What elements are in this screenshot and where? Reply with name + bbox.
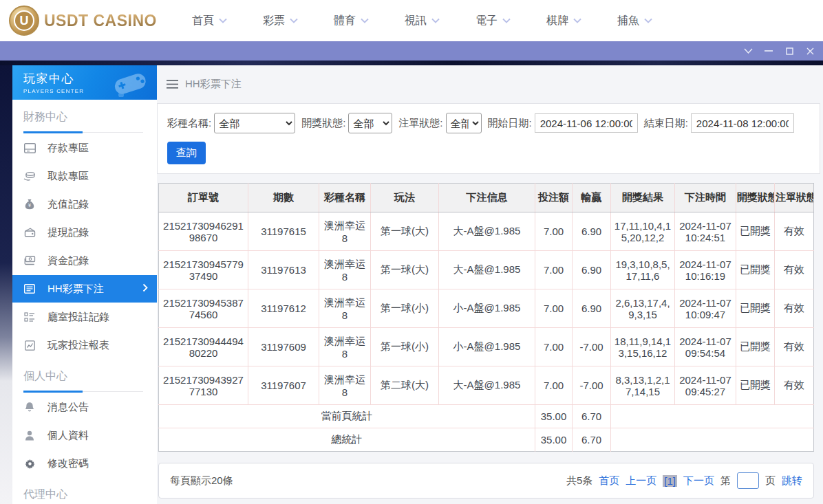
sidebar-item-announcements[interactable]: 消息公告 xyxy=(12,393,157,421)
maximize-icon[interactable] xyxy=(779,41,800,61)
profile-icon xyxy=(23,429,36,441)
cell-winloss: 6.90 xyxy=(573,289,611,328)
summary-label: 當前頁統計 xyxy=(159,405,535,428)
sidebar-item-room-bet-record[interactable]: 廳室投註記錄 xyxy=(12,303,157,331)
sidebar-item-label: 消息公告 xyxy=(47,401,89,414)
chevron-right-icon xyxy=(142,283,148,292)
sidebar-item-profile[interactable]: 個人資料 xyxy=(12,421,157,449)
lottery-name-select[interactable]: 全部 xyxy=(214,113,295,133)
svg-text:¥: ¥ xyxy=(28,203,32,208)
table-row: 2152173094577937490 31197613 澳洲幸运8 第一球(大… xyxy=(159,251,814,289)
cell-bet-amount: 7.00 xyxy=(535,328,573,366)
sidebar-item-funds-record[interactable]: 資金記錄 xyxy=(12,247,157,274)
order-status-label: 注單狀態: xyxy=(398,117,442,130)
chevron-down-icon xyxy=(502,18,511,23)
jump-button[interactable]: 跳转 xyxy=(782,474,802,487)
total-count-text: 共5条 xyxy=(566,474,592,487)
sidebar-item-hh-lottery-bets[interactable]: HH彩票下注 xyxy=(12,275,157,303)
sidebar-item-label: 個人資料 xyxy=(47,429,89,442)
current-page-indicator: [1] xyxy=(663,475,677,487)
end-date-input[interactable] xyxy=(691,113,794,133)
cell-order-no: 2152173094538774560 xyxy=(159,289,248,328)
main-content: HH彩票下注 彩種名稱: 全部 開獎狀態: 全部 注單狀態: 全部 開始日期: … xyxy=(157,65,823,504)
cell-order-no: 2152173094577937490 xyxy=(159,251,248,289)
sidebar-item-label: 提現記錄 xyxy=(47,226,89,239)
nav-item-lottery[interactable]: 彩票 xyxy=(245,0,316,41)
cell-order-status: 有效 xyxy=(775,366,814,405)
table-row: 2152173094449480220 31197609 澳洲幸运8 第一球(小… xyxy=(159,328,814,366)
cell-play-type: 第一球(大) xyxy=(371,212,439,251)
prev-page-link[interactable]: 上一页 xyxy=(626,474,656,487)
cell-draw-status: 已開獎 xyxy=(736,366,775,405)
cell-order-no: 2152173094629198670 xyxy=(159,212,248,251)
gamepad-icon xyxy=(109,69,151,97)
sidebar-item-withdraw[interactable]: 取款專區 xyxy=(12,162,157,190)
sidebar-item-label: 充值記錄 xyxy=(47,198,89,211)
chevron-down-icon xyxy=(361,18,369,23)
menu-icon[interactable] xyxy=(167,80,178,89)
nav-item-label: 視訊 xyxy=(405,14,427,28)
sidebar-item-label: 玩家投注報表 xyxy=(47,339,109,352)
search-button[interactable]: 查詢 xyxy=(167,142,206,164)
cell-order-status: 有效 xyxy=(775,328,814,366)
cell-draw-result: 17,11,10,4,15,20,12,2 xyxy=(611,212,675,251)
sidebar-item-label: 取款專區 xyxy=(47,170,89,183)
order-status-select[interactable]: 全部 xyxy=(446,113,482,133)
summary-label: 總統計 xyxy=(159,428,535,452)
sidebar-item-deposit[interactable]: 存款專區 xyxy=(12,134,157,162)
column-header-order-no: 訂單號 xyxy=(159,184,248,212)
usdt-casino-logo[interactable]: U USDT CASINO xyxy=(0,6,157,36)
sidebar-item-withdrawal-record[interactable]: 提現記錄 xyxy=(12,219,157,246)
cell-order-status: 有效 xyxy=(775,251,814,289)
nav-item-slots[interactable]: 電子 xyxy=(458,0,528,41)
close-icon[interactable] xyxy=(800,41,820,61)
column-header-bet-info: 下注信息 xyxy=(439,184,535,212)
cell-bet-info: 小-A盤@1.985 xyxy=(439,328,535,366)
first-page-link[interactable]: 首页 xyxy=(599,474,619,487)
sidebar-item-label: HH彩票下注 xyxy=(47,283,104,296)
cell-draw-result: 19,3,10,8,5,17,11,6 xyxy=(611,251,675,289)
nav-item-home[interactable]: 首頁 xyxy=(174,0,245,41)
logo-text: USDT CASINO xyxy=(44,12,157,30)
sidebar: 玩家中心 PLAYERS CENTER 財務中心 存款專區 xyxy=(12,65,157,504)
sidebar-item-player-bet-report[interactable]: 玩家投注報表 xyxy=(12,331,157,359)
cell-winloss: 6.90 xyxy=(573,251,611,289)
minimize-icon[interactable] xyxy=(758,41,779,61)
page-size-text: 每頁顯示20條 xyxy=(170,474,233,487)
cell-draw-result: 2,6,13,17,4,9,3,15 xyxy=(611,289,675,328)
table-row: 2152173094392777130 31197607 澳洲幸运8 第二球(大… xyxy=(159,366,814,405)
sidebar-item-label: 資金記錄 xyxy=(47,254,89,267)
cell-period: 31197609 xyxy=(248,328,319,366)
cell-bet-time: 2024-11-07 09:54:54 xyxy=(675,328,736,366)
summary-empty xyxy=(611,428,814,452)
page-jump-input[interactable] xyxy=(737,472,759,489)
section-title-agent: 代理中心 xyxy=(23,487,143,504)
sidebar-item-recharge-record[interactable]: ¥ 充值記錄 xyxy=(12,190,157,218)
nav-item-fishing[interactable]: 捕魚 xyxy=(599,0,670,41)
chevron-down-icon xyxy=(431,18,440,23)
next-page-link[interactable]: 下一页 xyxy=(683,474,714,487)
page-title: HH彩票下注 xyxy=(185,78,242,91)
nav-item-live[interactable]: 視訊 xyxy=(387,0,458,41)
column-header-lottery-name: 彩種名稱 xyxy=(319,184,371,212)
cell-order-status: 有效 xyxy=(775,212,814,251)
start-date-input[interactable] xyxy=(535,113,638,133)
sidebar-item-label: 修改密碼 xyxy=(47,457,89,470)
cell-order-status: 有效 xyxy=(775,289,814,328)
column-header-draw-status: 開獎狀態 xyxy=(736,184,775,212)
nav-item-boardgames[interactable]: 棋牌 xyxy=(528,0,599,41)
draw-status-select[interactable]: 全部 xyxy=(348,113,392,133)
report-icon xyxy=(23,339,36,351)
jump-suffix-text: 页 xyxy=(765,474,776,487)
nav-item-sports[interactable]: 體育 xyxy=(316,0,387,41)
summary-bet-amount: 35.00 xyxy=(535,428,573,452)
cell-lottery-name: 澳洲幸运8 xyxy=(319,251,371,289)
cell-draw-status: 已開獎 xyxy=(736,251,775,289)
cell-play-type: 第一球(小) xyxy=(371,289,439,328)
nav-item-label: 彩票 xyxy=(263,14,285,28)
sidebar-item-change-password[interactable]: 修改密碼 xyxy=(12,450,157,477)
chevron-down-icon xyxy=(290,18,298,23)
section-title-personal: 個人中心 xyxy=(23,369,143,392)
usdt-casino-logo-icon: U xyxy=(9,6,39,36)
dropdown-icon[interactable] xyxy=(738,41,758,61)
